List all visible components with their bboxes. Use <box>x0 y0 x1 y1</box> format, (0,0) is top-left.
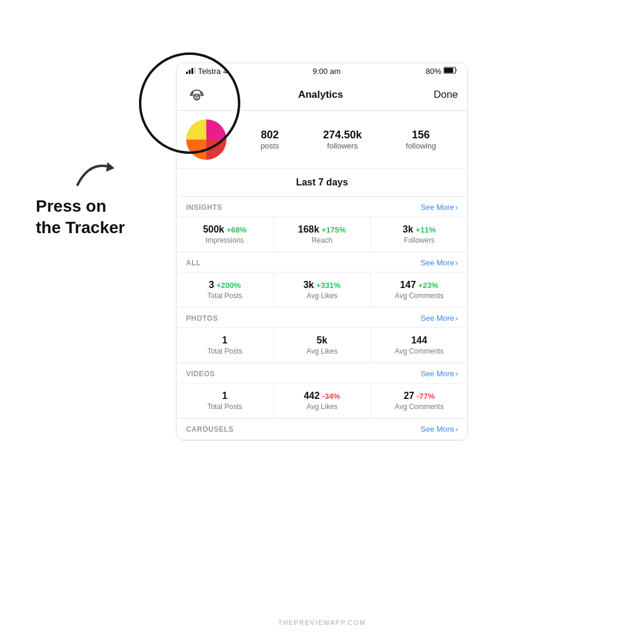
footer: THEPREVIEWAPP.COM <box>0 619 644 626</box>
profile-section: 802 posts 274.50k followers 156 followin… <box>177 111 467 169</box>
arrow-icon <box>72 155 119 191</box>
photos-stats: 1 Total Posts 5k Avg Likes 144 Avg Comme… <box>177 327 467 363</box>
svg-rect-4 <box>194 67 196 74</box>
battery-icon <box>444 67 458 76</box>
svg-rect-6 <box>444 68 453 73</box>
videos-see-more[interactable]: See More › <box>420 369 458 378</box>
carousels-title: CAROUSELS <box>186 425 234 434</box>
battery-pct: 80% <box>426 67 441 76</box>
videos-stats: 1 Total Posts 442-34% Avg Likes 27-77% A… <box>177 383 467 418</box>
svg-rect-17 <box>206 119 227 140</box>
insights-title: INSIGHTS <box>186 203 222 212</box>
insights-section: INSIGHTS See More › 500k+68% Impressions… <box>177 197 467 252</box>
videos-header: VIDEOS See More › <box>177 363 467 383</box>
insights-see-more[interactable]: See More › <box>420 203 458 212</box>
photos-section: PHOTOS See More › 1 Total Posts 5k Avg L… <box>177 308 467 363</box>
nav-bar: Analytics Done <box>177 79 467 111</box>
posts-count: 802 <box>261 129 279 141</box>
chevron-icon: › <box>456 425 458 434</box>
svg-rect-19 <box>206 140 227 160</box>
all-avg-comments: 147+23% Avg Comments <box>371 273 467 307</box>
photos-avg-comments: 144 Avg Comments <box>371 328 467 363</box>
status-right: 80% <box>426 67 458 76</box>
insights-header: INSIGHTS See More › <box>177 197 467 216</box>
following-count: 156 <box>406 129 436 141</box>
period-label: Last 7 days <box>177 169 467 197</box>
following-label: following <box>406 141 436 150</box>
photos-total-posts: 1 Total Posts <box>177 328 274 363</box>
all-see-more[interactable]: See More › <box>420 258 458 267</box>
all-stats: 3+200% Total Posts 3k+331% Avg Likes 147… <box>177 272 467 307</box>
status-time: 9:00 am <box>312 67 340 76</box>
svg-marker-0 <box>106 162 114 172</box>
videos-avg-likes: 442-34% Avg Likes <box>274 383 371 418</box>
page-title: Analytics <box>298 89 343 101</box>
svg-rect-18 <box>186 140 206 160</box>
carousels-see-more[interactable]: See More › <box>420 425 458 434</box>
photos-header: PHOTOS See More › <box>177 308 467 327</box>
followers-label: followers <box>323 141 362 150</box>
signal-icon <box>186 67 196 76</box>
insights-followers: 3k+11% Followers <box>371 217 467 252</box>
following-stat: 156 following <box>406 129 436 150</box>
followers-count: 274.50k <box>323 129 362 141</box>
videos-title: VIDEOS <box>186 370 215 378</box>
followers-stat: 274.50k followers <box>323 129 362 150</box>
annotation-text: Press on the Tracker <box>36 196 125 239</box>
tracker-button[interactable] <box>186 84 208 106</box>
chevron-icon: › <box>456 369 458 378</box>
photos-see-more[interactable]: See More › <box>420 314 458 323</box>
photos-title: PHOTOS <box>186 314 218 323</box>
chevron-icon: › <box>456 203 458 212</box>
svg-point-9 <box>194 96 197 98</box>
svg-rect-2 <box>189 70 191 74</box>
annotation-block: Press on the Tracker <box>36 155 125 239</box>
videos-section: VIDEOS See More › 1 Total Posts 442-34% … <box>177 363 467 419</box>
footer-text: THEPREVIEWAPP.COM <box>278 619 366 626</box>
insights-stats: 500k+68% Impressions 168k+175% Reach 3k+… <box>177 216 467 252</box>
insights-impressions: 500k+68% Impressions <box>177 217 274 252</box>
videos-avg-comments: 27-77% Avg Comments <box>371 383 467 418</box>
svg-rect-3 <box>191 68 193 74</box>
phone-frame: Telstra 4 9:00 am 80% <box>176 63 468 441</box>
chevron-icon: › <box>456 258 458 267</box>
all-header: ALL See More › <box>177 252 467 272</box>
avatar <box>186 119 227 160</box>
svg-rect-15 <box>186 119 206 140</box>
photos-avg-likes: 5k Avg Likes <box>274 328 371 363</box>
status-left: Telstra 4 <box>186 67 228 76</box>
svg-point-10 <box>197 96 200 98</box>
carousels-section: CAROUSELS See More › <box>177 419 467 440</box>
posts-stat: 802 posts <box>261 129 279 150</box>
videos-total-posts: 1 Total Posts <box>177 383 274 418</box>
status-bar: Telstra 4 9:00 am 80% <box>177 63 467 79</box>
all-section: ALL See More › 3+200% Total Posts 3k+331… <box>177 252 467 308</box>
chevron-icon: › <box>456 314 458 323</box>
done-button[interactable]: Done <box>434 89 458 101</box>
insights-reach: 168k+175% Reach <box>274 217 371 252</box>
all-title: ALL <box>186 259 201 267</box>
all-avg-likes: 3k+331% Avg Likes <box>274 273 371 307</box>
profile-stats: 802 posts 274.50k followers 156 followin… <box>239 129 458 150</box>
svg-rect-1 <box>186 72 188 74</box>
carrier-number: 4 <box>223 67 227 76</box>
all-total-posts: 3+200% Total Posts <box>177 273 274 307</box>
posts-label: posts <box>261 141 279 150</box>
carrier-name: Telstra <box>198 67 221 76</box>
